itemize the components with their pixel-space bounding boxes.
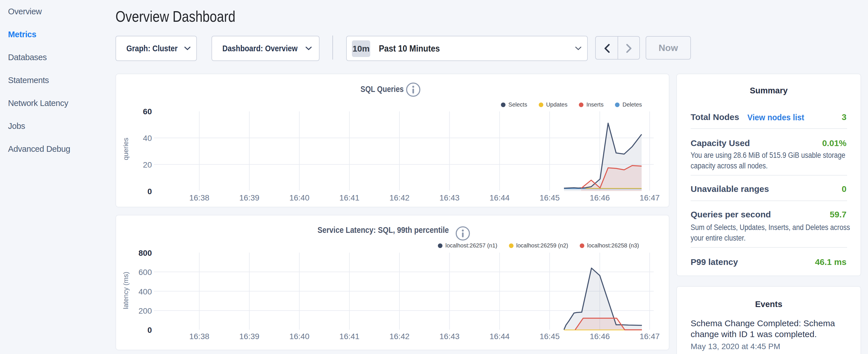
svg-text:16:43: 16:43 bbox=[440, 332, 460, 341]
svg-text:400: 400 bbox=[138, 287, 152, 296]
svg-text:16:40: 16:40 bbox=[289, 193, 309, 202]
svg-text:16:38: 16:38 bbox=[189, 193, 209, 202]
svg-text:16:41: 16:41 bbox=[339, 193, 359, 202]
svg-text:16:40: 16:40 bbox=[289, 332, 309, 341]
svg-text:16:47: 16:47 bbox=[640, 332, 660, 341]
svg-text:0: 0 bbox=[147, 187, 152, 196]
svg-text:16:46: 16:46 bbox=[590, 193, 610, 202]
svg-text:600: 600 bbox=[138, 268, 152, 277]
svg-text:16:45: 16:45 bbox=[539, 332, 560, 341]
svg-text:200: 200 bbox=[138, 307, 152, 315]
svg-text:60: 60 bbox=[143, 107, 152, 116]
svg-text:0: 0 bbox=[147, 326, 152, 334]
svg-text:16:45: 16:45 bbox=[539, 193, 560, 202]
svg-text:16:42: 16:42 bbox=[390, 332, 409, 341]
svg-text:latency (ms): latency (ms) bbox=[122, 272, 129, 309]
svg-text:16:43: 16:43 bbox=[440, 193, 460, 202]
svg-text:16:41: 16:41 bbox=[339, 332, 359, 341]
svg-text:queries: queries bbox=[122, 138, 129, 160]
svg-text:16:46: 16:46 bbox=[590, 332, 610, 341]
svg-text:16:42: 16:42 bbox=[390, 193, 409, 202]
svg-text:16:44: 16:44 bbox=[490, 332, 509, 341]
svg-text:800: 800 bbox=[138, 249, 152, 257]
svg-text:20: 20 bbox=[143, 160, 152, 169]
svg-text:40: 40 bbox=[143, 134, 152, 142]
svg-text:16:39: 16:39 bbox=[239, 332, 259, 341]
svg-text:16:38: 16:38 bbox=[189, 332, 209, 341]
svg-text:16:47: 16:47 bbox=[640, 193, 660, 202]
svg-text:16:44: 16:44 bbox=[490, 193, 509, 202]
svg-text:16:39: 16:39 bbox=[239, 193, 259, 202]
